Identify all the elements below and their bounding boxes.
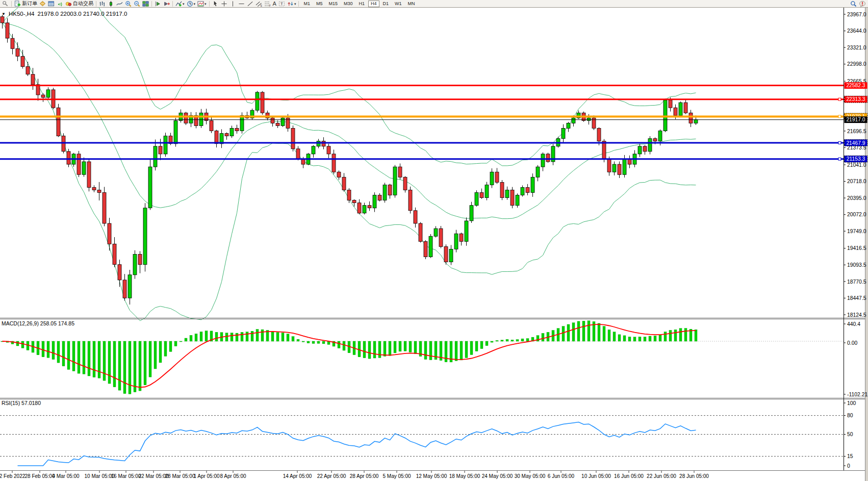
indicators-button[interactable]: ▾ <box>174 0 186 7</box>
search-button[interactable] <box>849 0 858 7</box>
current-price-label: 21917.0 <box>846 117 865 122</box>
macd-histogram-bar <box>139 341 141 391</box>
charts-panel-button[interactable] <box>1 0 10 7</box>
macd-histogram-bar <box>486 341 488 346</box>
equidistant-channel-button[interactable]: E <box>254 0 263 7</box>
candle-body <box>337 172 341 177</box>
line-chart-icon <box>116 1 123 7</box>
templates-button[interactable]: ▾ <box>196 0 208 7</box>
hline-handle[interactable] <box>838 158 841 160</box>
candlestick-chart-button[interactable] <box>107 0 115 7</box>
data-window-button[interactable] <box>47 0 56 7</box>
timeframe-mn-button[interactable]: MN <box>405 1 418 7</box>
macd-histogram-bar <box>414 341 417 354</box>
periods-button[interactable]: ▾ <box>186 0 197 7</box>
notifications-button[interactable] <box>858 0 867 7</box>
hline-handle[interactable] <box>838 141 841 144</box>
candle-body <box>602 141 606 159</box>
time-tick-label: 22 Apr 05:00 <box>317 473 346 479</box>
candle-body <box>322 141 325 146</box>
text-label-button[interactable]: T <box>277 0 286 7</box>
line-chart-button[interactable] <box>115 0 124 7</box>
hline-handle[interactable] <box>838 98 841 100</box>
chart-canvas[interactable]: 23967.023644.023321.022998.022665.521696… <box>0 8 868 481</box>
bar-chart-button[interactable] <box>98 0 107 7</box>
candle-body <box>317 141 320 146</box>
zoom-in-button[interactable] <box>124 0 133 7</box>
chart-area[interactable]: 23967.023644.023321.022998.022665.521696… <box>0 8 868 481</box>
timeframe-h1-button[interactable]: H1 <box>356 1 367 7</box>
candle-body <box>638 146 642 154</box>
time-tick-label: 28 Apr 05:00 <box>350 473 379 479</box>
macd-histogram-bar <box>169 341 172 351</box>
rsi-axis-label: 80 <box>847 413 853 418</box>
chart-shift-button[interactable] <box>162 0 171 7</box>
timeframe-m15-button[interactable]: M15 <box>326 1 340 7</box>
symbol-dropdown-icon[interactable]: ▼ <box>2 12 6 16</box>
market-watch-button[interactable] <box>38 0 47 7</box>
macd-histogram-bar <box>480 341 483 349</box>
tile-windows-button[interactable] <box>141 0 150 7</box>
time-tick-label: 10 Mar 05:00 <box>85 473 115 479</box>
toolbar-separator <box>298 1 299 7</box>
text-button[interactable]: A <box>272 0 277 7</box>
time-axis[interactable]: 2 Feb 202228 Feb 05:004 Mar 05:0010 Mar … <box>0 471 709 479</box>
horizontal-lines[interactable] <box>0 86 844 161</box>
price-tick-label: 18447.5 <box>847 295 866 301</box>
candle-body <box>164 136 167 154</box>
candle-body <box>113 244 116 264</box>
cursor-button[interactable] <box>211 0 220 7</box>
candle-body <box>67 151 70 164</box>
macd-histogram-bar <box>154 341 157 369</box>
timeframe-h4-button[interactable]: H4 <box>368 1 379 7</box>
timeframe-m1-button[interactable]: M1 <box>301 1 313 7</box>
price-tick-label: 21041.0 <box>847 162 866 168</box>
macd-histogram-bar <box>378 341 381 358</box>
vertical-line-button[interactable] <box>228 0 237 7</box>
timeframe-w1-button[interactable]: W1 <box>392 1 404 7</box>
trendline-button[interactable] <box>246 0 254 7</box>
time-tick-label: 24 May 05:00 <box>482 473 513 479</box>
macd-histogram-bar <box>118 341 121 390</box>
timeframe-m5-button[interactable]: M5 <box>314 1 325 7</box>
cursor-icon <box>212 1 219 7</box>
auto-trading-button[interactable]: 自动交易 <box>64 0 94 7</box>
candle-body <box>77 154 81 174</box>
candle-body <box>128 275 132 298</box>
equidistant-channel-icon: E <box>256 1 262 7</box>
macd-histogram-bar <box>465 341 468 358</box>
candle-body <box>470 206 473 221</box>
fibonacci-button[interactable]: F <box>263 0 272 7</box>
macd-histogram-bar <box>429 341 432 360</box>
candle-body <box>138 255 142 265</box>
candle-body <box>444 246 448 262</box>
clock-icon <box>187 1 193 7</box>
timeframe-group: M1M5M15M30H1H4D1W1MN <box>300 1 418 7</box>
macd-histogram-bar <box>62 341 65 366</box>
crosshair-button[interactable] <box>220 0 228 7</box>
horizontal-line-button[interactable] <box>237 0 246 7</box>
navigator-button[interactable] <box>56 0 64 7</box>
candle-body <box>587 118 591 120</box>
macd-histogram-bar <box>113 341 116 387</box>
macd-histogram-bar <box>52 341 55 360</box>
arrows-button[interactable]: ▾ <box>286 0 297 7</box>
macd-histogram-bar <box>93 341 95 377</box>
candle-body <box>143 208 147 265</box>
zoom-out-button[interactable] <box>133 0 141 7</box>
candle-body <box>414 211 417 223</box>
candle-body <box>327 146 330 154</box>
candle-body <box>332 154 336 172</box>
timeframe-m30-button[interactable]: M30 <box>341 1 355 7</box>
price-axis[interactable]: 23967.023644.023321.022998.022665.521696… <box>844 8 867 470</box>
new-order-button[interactable]: 新订单 <box>13 0 38 7</box>
candle-body <box>57 108 60 136</box>
new-order-label: 新订单 <box>22 0 37 7</box>
macd-histogram-bar <box>134 341 136 392</box>
auto-scroll-button[interactable] <box>154 0 162 7</box>
hline-handle[interactable] <box>838 115 841 118</box>
candle-body <box>261 92 264 113</box>
macd-histogram-bar <box>180 341 182 342</box>
candle-body <box>490 172 494 185</box>
timeframe-d1-button[interactable]: D1 <box>380 1 392 7</box>
